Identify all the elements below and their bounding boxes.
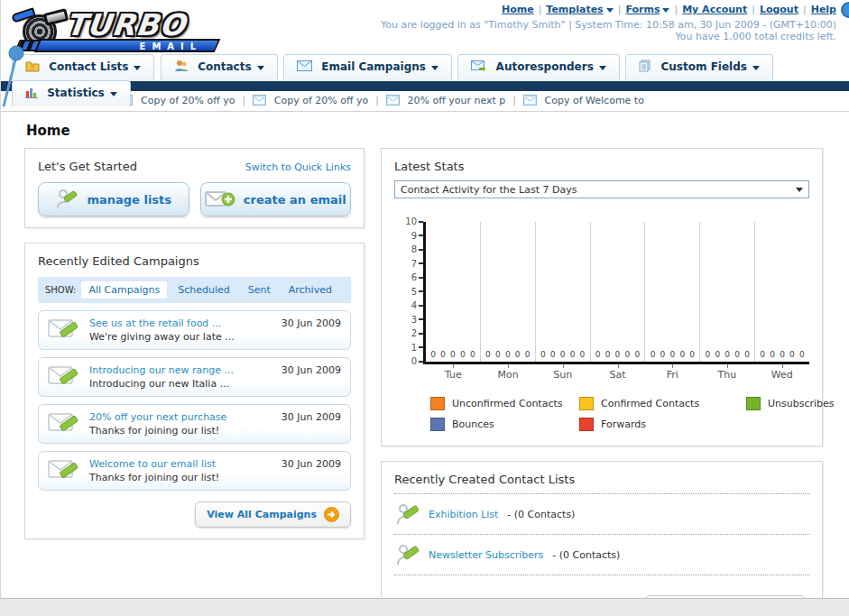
nav-help-link[interactable]: Help [811,4,836,15]
campaign-title-link[interactable]: See us at the retail food ... [89,317,272,329]
campaign-filter-bar: SHOW: All Campaigns Scheduled Sent Archi… [38,277,351,303]
tab-label: Statistics [47,87,105,99]
folder-user-icon [25,60,40,72]
activity-link[interactable]: 20% off your next p [408,95,506,106]
campaign-title-link[interactable]: 20% off your next purchase [89,411,272,423]
main-content: Home Let's Get Started Switch to Quick L… [1,112,849,599]
campaign-subtitle: Introducing our new Italia ... [89,378,229,390]
logo-text-turbo: TURBO [64,7,188,42]
legend-swatch [430,397,445,410]
stats-period-select[interactable]: Contact Activity for the Last 7 Days [394,180,809,198]
activity-separator: | [512,95,516,106]
contact-list-link[interactable]: Exhibition List [429,509,498,520]
campaign-date: 30 Jun 2009 [281,364,341,376]
y-tick-label: 6 [411,272,423,282]
stats-period-value: Contact Activity for the Last 7 Days [401,184,577,196]
legend-item: Confirmed Contacts [579,397,746,410]
main-tab-bar: Contact Lists Contacts Email Campaigns A… [1,54,849,81]
recent-campaigns-title: Recently Edited Campaigns [38,254,351,268]
page-title: Home [26,123,849,139]
y-tick-label: 8 [411,244,423,254]
envelope-icon [253,95,266,106]
legend-item: Unsubscribes [746,397,849,410]
switch-quick-links[interactable]: Switch to Quick Links [245,161,351,173]
turbo-email-logo[interactable]: TURBO EMAIL [10,5,235,52]
campaign-row[interactable]: See us at the retail food ... We're givi… [38,310,351,350]
chart-bar-group: 00000 [700,222,755,362]
chevron-down-icon [796,188,803,192]
campaign-title-link[interactable]: Introducing our new range ... [89,364,272,376]
envelope-pencil-icon [48,317,80,343]
help-balloon-icon[interactable] [841,2,849,18]
envelope-arrow-icon [471,60,486,72]
campaign-row[interactable]: 20% off your next purchase Thanks for jo… [38,404,351,444]
contact-list-link[interactable]: Newsletter Subscribers [429,549,543,561]
tab-contact-lists[interactable]: Contact Lists [12,54,154,80]
chart-bar-group: 00000 [426,222,481,362]
envelope-icon [523,95,537,106]
x-axis-label: Sun [535,364,590,381]
activity-link[interactable]: Copy of 20% off yo [141,95,235,106]
tab-label: Autoresponders [496,60,594,73]
top-nav: Home|Templates|Forms|My Account|Logout|H… [502,4,836,15]
person-pencil-icon [55,188,78,210]
y-tick-label: 10 [405,216,423,226]
y-tick-label: 9 [411,231,423,241]
filter-archived[interactable]: Archived [281,281,339,299]
see-all-contact-lists-button[interactable]: See All Contact Lists [645,595,806,599]
tab-label: Email Campaigns [321,60,426,73]
tab-custom-fields[interactable]: Custom Fields [625,54,773,80]
campaign-row[interactable]: Introducing our new range ... Introducin… [38,357,351,397]
bar-value-labels: 00000 [645,350,699,359]
contact-list-row[interactable]: Exhibition List - (0 Contacts) [394,494,809,535]
activity-link[interactable]: Copy of Welcome to [545,95,644,106]
tab-label: Contacts [198,60,251,73]
nav-home-link[interactable]: Home [502,4,534,15]
legend-item: Forwards [579,418,746,431]
manage-lists-button[interactable]: manage lists [38,182,189,216]
activity-separator: | [243,95,246,106]
campaign-date: 30 Jun 2009 [281,317,341,329]
chart-bar-group: 00000 [591,222,646,362]
envelope-pencil-icon [48,364,80,390]
filter-scheduled[interactable]: Scheduled [171,281,237,299]
tab-label: Custom Fields [660,60,746,73]
tab-label: Contact Lists [49,60,128,73]
nav-separator: | [752,4,755,15]
envelope-icon [386,95,400,106]
header: TURBO EMAIL Home|Templates|Forms|My Acco… [1,0,849,54]
arrow-circle-icon [324,507,339,522]
campaign-row[interactable]: Welcome to our email list Thanks for joi… [38,451,351,491]
login-status-text: You are logged in as "Timothy Smith" | S… [381,19,836,31]
create-email-button[interactable]: create an email [200,182,352,216]
nav-logout-link[interactable]: Logout [760,4,798,15]
bar-chart-icon [25,87,38,98]
filter-sent[interactable]: Sent [241,281,278,299]
x-axis-label: Mon [481,364,536,381]
tab-autoresponders[interactable]: Autoresponders [457,54,619,80]
chart-plot-area: 00000000000000000000000000000000000 [423,222,809,364]
credits-text: You have 1,000 total credits left. [675,31,836,42]
bar-value-labels: 00000 [481,350,535,359]
chart-bar-group: 00000 [481,222,536,362]
nav-my-account-link[interactable]: My Account [682,4,747,15]
legend-item: Unconfirmed Contacts [430,397,579,410]
recent-contact-lists-title: Recently Created Contact Lists [394,473,809,494]
campaign-title-link[interactable]: Welcome to our email list [89,458,272,470]
person-pencil-icon [396,502,420,526]
tab-email-campaigns[interactable]: Email Campaigns [283,54,452,80]
chevron-down-icon [431,66,438,70]
envelope-plus-icon [205,188,235,210]
contact-list-row[interactable]: Newsletter Subscribers - (0 Contacts) [394,535,809,575]
y-tick-label: 3 [411,315,423,325]
nav-forms-link[interactable]: Forms [625,4,669,15]
nav-templates-link[interactable]: Templates [546,4,613,15]
tab-statistics[interactable]: Statistics [12,80,131,106]
filter-all-campaigns[interactable]: All Campaigns [81,281,167,299]
bar-value-labels: 00000 [536,350,590,359]
activity-link[interactable]: Copy of 20% off yo [274,95,369,106]
tab-contacts[interactable]: Contacts [161,54,278,80]
y-tick-label: 2 [411,328,423,338]
view-all-campaigns-button[interactable]: View All Campaigns [195,501,351,528]
envelope-pencil-icon [48,458,80,483]
